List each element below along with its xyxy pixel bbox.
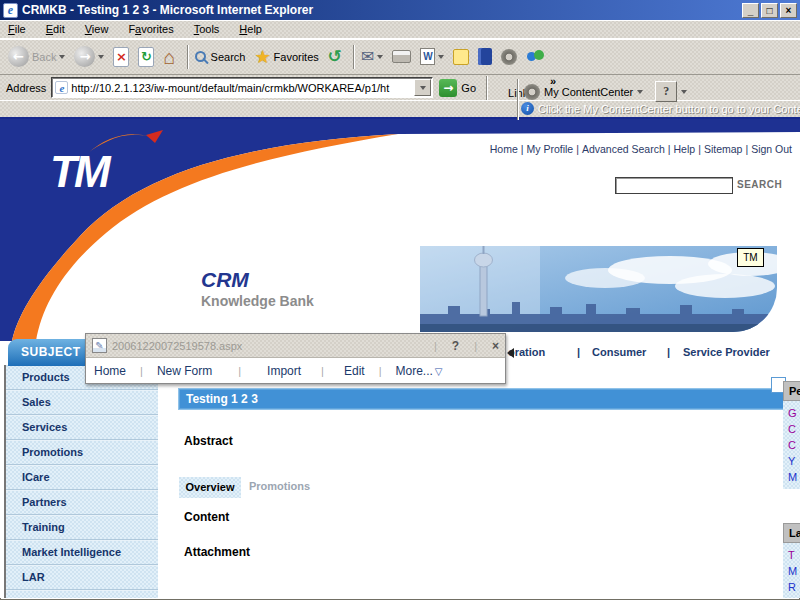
site-header: TM Home|My Profile|Advanced Search|Help|… — [0, 119, 800, 341]
sidebar-item-sales[interactable]: Sales — [6, 390, 158, 415]
nav-help[interactable]: Help — [674, 143, 696, 155]
tab-promotions[interactable]: Promotions — [249, 480, 310, 492]
window-title: CRMKB - Testing 1 2 3 - Microsoft Intern… — [22, 3, 740, 17]
panel-link[interactable]: Y — [788, 453, 800, 469]
dialog-help-button[interactable]: ? — [452, 339, 459, 353]
nav-home[interactable]: Home — [490, 143, 518, 155]
dialog-menu-new-form[interactable]: New Form — [157, 364, 212, 378]
help-dropdown-icon[interactable] — [681, 90, 687, 94]
print-button[interactable] — [392, 50, 411, 63]
panel-link[interactable]: G — [788, 405, 800, 421]
favorites-star-icon: ★ — [254, 48, 270, 66]
sidebar-item-icare[interactable]: ICare — [6, 465, 158, 490]
panel-link[interactable]: C — [788, 421, 800, 437]
dialog-menu-edit[interactable]: Edit — [344, 364, 365, 378]
ie-logo-icon: e — [3, 3, 18, 18]
menu-tools[interactable]: Tools — [194, 23, 220, 35]
catnav-consumer[interactable]: Consumer — [592, 346, 646, 358]
nav-my-profile[interactable]: My Profile — [526, 143, 573, 155]
forward-button[interactable]: → — [74, 46, 104, 67]
panel-link[interactable]: M — [788, 563, 800, 579]
nav-sign-out[interactable]: Sign Out — [751, 143, 792, 155]
sidebar-item-partners[interactable]: Partners — [6, 490, 158, 515]
contentcenter-tool-button[interactable] — [501, 49, 517, 65]
sidebar-item-training[interactable]: Training — [6, 515, 158, 540]
dialog-menu-home[interactable]: Home — [94, 364, 126, 378]
address-dropdown-button[interactable] — [414, 79, 431, 96]
sidebar-item-promotions[interactable]: Promotions — [6, 440, 158, 465]
toolbar-separator — [187, 45, 189, 69]
menu-help[interactable]: Help — [239, 23, 262, 35]
forward-dropdown-icon[interactable] — [98, 55, 104, 59]
contentcenter-dropdown-icon[interactable] — [637, 90, 643, 94]
messenger-button[interactable] — [526, 49, 544, 65]
menu-favorites[interactable]: Favorites — [128, 23, 173, 35]
nav-sitemap[interactable]: Sitemap — [704, 143, 743, 155]
site-search-button[interactable]: SEARCH — [737, 179, 782, 190]
stop-button[interactable]: × — [113, 47, 129, 67]
tab-overview[interactable]: Overview — [179, 477, 241, 498]
history-button[interactable]: ↺ — [328, 48, 342, 65]
panel-link[interactable]: R — [788, 579, 800, 595]
catnav-service-provider[interactable]: Service Provider — [683, 346, 770, 358]
sidebar-item-market-intelligence[interactable]: Market Intelligence — [6, 540, 158, 565]
panel-link[interactable]: C — [788, 437, 800, 453]
menu-bar: File Edit View Favorites Tools Help — [0, 20, 800, 39]
site-search-input[interactable] — [615, 177, 733, 194]
contentcenter-gear-icon[interactable] — [524, 84, 540, 100]
word-icon: W — [420, 48, 435, 65]
nav-separator: | — [521, 143, 524, 155]
dialog-title-bar[interactable]: ✎ 20061220072519578.aspx | ? | × — [86, 334, 505, 358]
go-label[interactable]: Go — [461, 82, 476, 94]
contentcenter-tooltip-text: Click the My ContentCenter button to go … — [538, 103, 800, 115]
dialog-close-button[interactable]: × — [492, 339, 499, 353]
sidebar-item-lar[interactable]: LAR — [6, 565, 158, 590]
go-icon[interactable]: → — [439, 79, 457, 97]
refresh-button[interactable]: ↻ — [138, 47, 154, 67]
discuss-button[interactable] — [453, 49, 469, 65]
back-dropdown-icon[interactable] — [59, 55, 65, 59]
standard-toolbar: ← Back → × ↻ ⌂ Search ★ Favorites ↺ — [0, 39, 800, 75]
contentcenter-help-button[interactable]: ? — [655, 81, 677, 102]
menu-file[interactable]: File — [8, 23, 26, 35]
info-icon: i — [521, 102, 534, 115]
minimize-button[interactable]: _ — [742, 3, 759, 18]
menu-edit[interactable]: Edit — [46, 23, 65, 35]
contentcenter-toolbar: My ContentCenter ? — [524, 81, 687, 102]
dialog-collapse-handle[interactable] — [507, 348, 514, 358]
mail-button[interactable]: ✉ — [361, 49, 383, 65]
dialog-menu-more[interactable]: More...▽ — [396, 364, 443, 378]
mail-dropdown-icon[interactable] — [377, 55, 383, 59]
brand-subtitle: Knowledge Bank — [201, 293, 314, 309]
search-icon — [195, 51, 206, 62]
address-input[interactable] — [71, 82, 414, 94]
nav-advanced-search[interactable]: Advanced Search — [582, 143, 665, 155]
menu-view[interactable]: View — [85, 23, 109, 35]
edit-dropdown-icon[interactable] — [438, 55, 444, 59]
dialog-menu-separator: | — [140, 365, 143, 377]
research-button[interactable] — [478, 48, 492, 65]
close-button[interactable]: × — [780, 3, 797, 18]
contentcenter-tooltip: i Click the My ContentCenter button to g… — [521, 102, 800, 115]
edit-with-word-button[interactable]: W — [420, 48, 444, 65]
home-button[interactable]: ⌂ — [163, 47, 175, 67]
dialog-menu-import[interactable]: Import — [267, 364, 301, 378]
back-button[interactable]: ← Back — [8, 46, 65, 67]
catnav-separator: | — [577, 346, 580, 358]
toolbar-separator — [517, 79, 519, 120]
form-toolbar-dialog: ✎ 20061220072519578.aspx | ? | × Home | … — [85, 333, 506, 384]
dialog-separator: | — [434, 340, 437, 352]
contentcenter-button[interactable]: My ContentCenter — [544, 86, 633, 98]
panel-link[interactable]: M — [788, 469, 800, 485]
sidebar-item-services[interactable]: Services — [6, 415, 158, 440]
tm-logo[interactable]: TM — [50, 147, 108, 197]
history-icon: ↺ — [328, 48, 342, 65]
content-label: Content — [184, 510, 229, 524]
panel-link[interactable]: T — [788, 547, 800, 563]
title-bar: e CRMKB - Testing 1 2 3 - Microsoft Inte… — [0, 0, 800, 20]
right-panel-2: La T M R — [783, 523, 800, 598]
maximize-button[interactable]: □ — [761, 3, 778, 18]
search-button[interactable]: Search — [195, 51, 246, 63]
favorites-button[interactable]: ★ Favorites — [254, 48, 318, 66]
site-top-nav: Home|My Profile|Advanced Search|Help|Sit… — [490, 143, 792, 155]
